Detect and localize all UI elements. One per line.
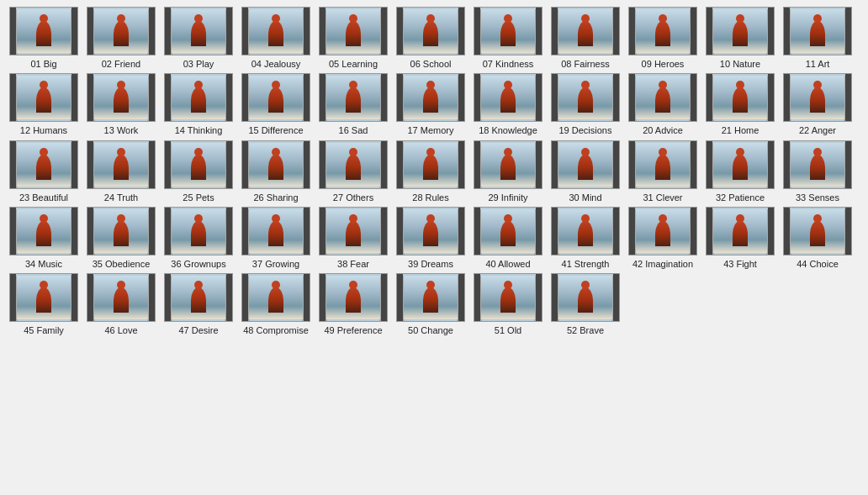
video-item-44[interactable]: 44 Choice: [781, 207, 855, 270]
video-label-11: 11 Art: [806, 58, 830, 70]
video-item-11[interactable]: 11 Art: [781, 7, 855, 70]
video-label-39: 39 Dreams: [408, 258, 453, 270]
video-item-37[interactable]: 37 Growing: [239, 207, 313, 270]
video-item-43[interactable]: 43 Fight: [703, 207, 777, 270]
video-item-14[interactable]: 14 Thinking: [161, 73, 236, 136]
video-item-27[interactable]: 27 Others: [316, 140, 390, 203]
film-figure-34: [36, 221, 51, 246]
video-thumbnail-42: [628, 207, 697, 255]
video-item-46[interactable]: 46 Love: [84, 273, 158, 336]
film-content-45: [17, 276, 71, 319]
video-item-31[interactable]: 31 Clever: [626, 140, 700, 203]
video-thumbnail-21: [706, 73, 775, 122]
video-item-39[interactable]: 39 Dreams: [394, 207, 468, 270]
video-thumbnail-20: [628, 73, 697, 122]
video-item-2[interactable]: 02 Friend: [84, 7, 158, 70]
video-item-4[interactable]: 04 Jealousy: [239, 7, 313, 70]
video-item-24[interactable]: 24 Truth: [84, 140, 158, 203]
video-thumbnail-33: [783, 140, 852, 189]
video-item-13[interactable]: 13 Work: [84, 73, 158, 136]
video-item-32[interactable]: 32 Patience: [703, 140, 777, 203]
video-item-40[interactable]: 40 Allowed: [471, 207, 545, 270]
film-content-38: [326, 209, 380, 253]
video-item-15[interactable]: 15 Difference: [239, 73, 313, 136]
video-label-6: 06 School: [410, 58, 452, 70]
film-content-22: [791, 76, 844, 119]
video-item-9[interactable]: 09 Heroes: [626, 7, 700, 70]
video-label-3: 03 Play: [183, 58, 214, 70]
video-item-36[interactable]: 36 Grownups: [161, 207, 236, 270]
video-label-40: 40 Allowed: [485, 258, 530, 270]
video-label-50: 50 Change: [408, 324, 453, 336]
video-label-28: 28 Rules: [412, 192, 448, 203]
video-item-35[interactable]: 35 Obedience: [84, 207, 158, 270]
video-item-26[interactable]: 26 Sharing: [239, 140, 313, 203]
video-label-23: 23 Beautiful: [19, 192, 68, 203]
video-thumbnail-12: [9, 73, 78, 122]
video-label-15: 15 Difference: [248, 124, 303, 136]
video-item-12[interactable]: 12 Humans: [7, 73, 81, 136]
video-item-52[interactable]: 52 Brave: [548, 273, 622, 336]
video-label-45: 45 Family: [24, 324, 64, 336]
film-content-13: [94, 76, 148, 119]
video-item-30[interactable]: 30 Mind: [548, 140, 622, 203]
video-thumbnail-48: [241, 273, 310, 322]
video-item-22[interactable]: 22 Anger: [781, 73, 855, 136]
film-figure-18: [500, 87, 516, 113]
video-item-47[interactable]: 47 Desire: [161, 273, 236, 336]
video-label-12: 12 Humans: [20, 124, 67, 136]
video-item-3[interactable]: 03 Play: [161, 7, 236, 70]
film-content-28: [404, 143, 458, 187]
video-item-23[interactable]: 23 Beautiful: [7, 140, 81, 203]
video-item-45[interactable]: 45 Family: [7, 273, 81, 336]
video-item-20[interactable]: 20 Advice: [626, 73, 700, 136]
video-item-16[interactable]: 16 Sad: [316, 73, 390, 136]
video-item-41[interactable]: 41 Strength: [548, 207, 622, 270]
video-label-26: 26 Sharing: [253, 192, 298, 203]
video-item-48[interactable]: 48 Compromise: [239, 273, 313, 336]
video-label-13: 13 Work: [104, 124, 139, 136]
video-label-9: 09 Heroes: [642, 58, 685, 70]
video-thumbnail-10: [706, 7, 775, 55]
video-item-8[interactable]: 08 Fairness: [548, 7, 622, 70]
video-label-32: 32 Patience: [716, 192, 765, 203]
film-content-14: [172, 76, 225, 119]
video-item-38[interactable]: 38 Fear: [316, 207, 390, 270]
video-item-1[interactable]: 01 Big: [7, 7, 81, 70]
video-label-20: 20 Advice: [643, 124, 683, 136]
video-thumbnail-51: [474, 273, 542, 322]
video-thumbnail-1: [9, 7, 78, 55]
film-content-43: [713, 209, 767, 253]
film-content-48: [249, 276, 303, 319]
film-figure-33: [810, 155, 825, 180]
film-content-44: [791, 209, 844, 253]
video-item-42[interactable]: 42 Imagination: [626, 207, 700, 270]
video-item-5[interactable]: 05 Learning: [316, 7, 390, 70]
video-item-25[interactable]: 25 Pets: [161, 140, 236, 203]
video-item-7[interactable]: 07 Kindness: [471, 7, 545, 70]
film-figure-4: [268, 21, 283, 46]
video-item-28[interactable]: 28 Rules: [394, 140, 468, 203]
video-item-18[interactable]: 18 Knowledge: [471, 73, 545, 136]
video-thumbnail-17: [396, 73, 465, 122]
video-item-33[interactable]: 33 Senses: [781, 140, 855, 203]
film-content-5: [326, 9, 380, 53]
video-thumbnail-50: [396, 273, 465, 322]
film-figure-23: [36, 155, 51, 180]
video-item-6[interactable]: 06 School: [394, 7, 468, 70]
video-item-51[interactable]: 51 Old: [471, 273, 545, 336]
video-thumbnail-36: [164, 207, 233, 255]
video-item-34[interactable]: 34 Music: [7, 207, 81, 270]
video-item-10[interactable]: 10 Nature: [703, 7, 777, 70]
film-figure-25: [191, 155, 206, 180]
film-figure-47: [191, 287, 206, 313]
film-content-32: [713, 143, 767, 187]
video-item-19[interactable]: 19 Decisions: [548, 73, 622, 136]
video-item-21[interactable]: 21 Home: [703, 73, 777, 136]
film-content-29: [481, 143, 535, 187]
video-item-29[interactable]: 29 Infinity: [471, 140, 545, 203]
video-label-38: 38 Fear: [337, 258, 369, 270]
video-item-50[interactable]: 50 Change: [394, 273, 468, 336]
video-item-17[interactable]: 17 Memory: [394, 73, 468, 136]
video-item-49[interactable]: 49 Preference: [316, 273, 390, 336]
